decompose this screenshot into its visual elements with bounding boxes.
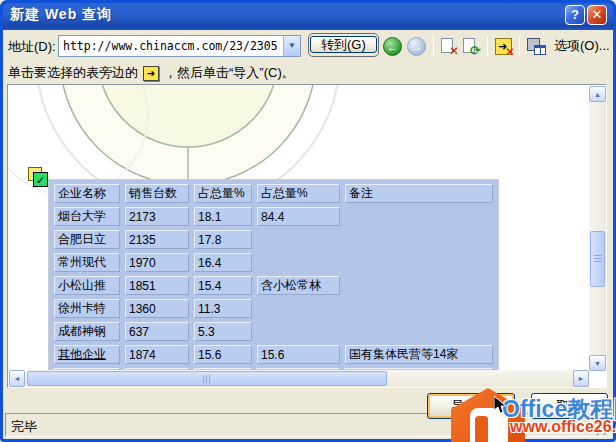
title-bar[interactable]: 新建 Web 查询 ? ✕ [0, 0, 616, 30]
check-icon: ✓ [33, 172, 48, 187]
address-combobox[interactable]: http://www.chinaccm.com/23/2305/23050 ▼ [58, 35, 301, 57]
query-table-container[interactable]: 企业名称销售台数占总量%占总量%备注烟台大学217318.184.4合肥日立21… [48, 179, 499, 388]
table-row: 合肥日立213517.8 [54, 230, 493, 249]
table-cell: 15.6 [257, 345, 340, 364]
table-cell: 18.1 [194, 207, 252, 226]
table-header-cell: 占总量% [257, 184, 340, 203]
browser-toolbar: ← → ✕ ⟳ ➜ ✕ 选项(O)... [383, 34, 610, 58]
table-cell: 含小松常林 [257, 276, 340, 295]
table-cell [345, 253, 493, 272]
combo-dropdown-icon[interactable]: ▼ [283, 36, 300, 56]
table-cell: 小松山推 [54, 276, 120, 295]
table-cell [345, 207, 493, 226]
scroll-left-icon[interactable]: ◄ [9, 370, 25, 387]
scroll-down-icon[interactable]: ▼ [589, 355, 606, 371]
go-button-ring: 转到(G) [308, 33, 379, 57]
table-header-cell: 占总量% [194, 184, 252, 203]
table-row: 烟台大学217318.184.4 [54, 207, 493, 226]
refresh-icon[interactable]: ⟳ [463, 37, 480, 56]
instruction-after: ，然后单击“导入”(C)。 [164, 64, 295, 82]
table-cell: 成都神钢 [54, 322, 120, 341]
table-cell: 徐州卡特 [54, 299, 120, 318]
forward-icon[interactable]: → [407, 37, 426, 56]
address-label: 地址(D): [8, 38, 56, 56]
table-cell [257, 322, 340, 341]
resize-grip[interactable] [596, 422, 609, 435]
table-header-cell: 销售台数 [125, 184, 189, 203]
table-row: 其他企业187415.615.6国有集体民营等14家 [54, 345, 493, 364]
table-cell: 1851 [125, 276, 189, 295]
save-query-icon[interactable] [527, 38, 546, 55]
table-header-cell: 企业名称 [54, 184, 120, 203]
table-row: 徐州卡特136011.3 [54, 299, 493, 318]
horizontal-scroll-thumb[interactable] [27, 371, 387, 386]
table-cell: 其他企业 [54, 345, 120, 364]
table-row: 小松山推185115.4含小松常林 [54, 276, 493, 295]
options-button[interactable]: 选项(O)... [554, 37, 610, 55]
table-select-marker[interactable]: ✓ [28, 167, 50, 189]
table-cell: 1874 [125, 345, 189, 364]
address-row: 地址(D): http://www.chinaccm.com/23/2305/2… [0, 30, 616, 61]
toolbar-separator [519, 36, 520, 56]
table-cell: 常州现代 [54, 253, 120, 272]
table-row: 常州现代197016.4 [54, 253, 493, 272]
cancel-button[interactable]: 取消 [531, 393, 608, 419]
table-cell [345, 299, 493, 318]
table-cell [345, 276, 493, 295]
table-cell: 烟台大学 [54, 207, 120, 226]
table-cell [257, 253, 340, 272]
address-input[interactable]: http://www.chinaccm.com/23/2305/23050 [63, 39, 278, 53]
table-cell: 11.3 [194, 299, 252, 318]
table-cell: 合肥日立 [54, 230, 120, 249]
table-cell: 16.4 [194, 253, 252, 272]
back-icon[interactable]: ← [383, 37, 402, 56]
vertical-scrollbar[interactable]: ▲ ▼ [589, 86, 606, 371]
table-cell [345, 230, 493, 249]
table-arrow-icon: ➜ [143, 66, 159, 81]
web-page-preview: ✓ 企业名称销售台数占总量%占总量%备注烟台大学217318.184.4合肥日立… [7, 84, 607, 388]
status-text: 完毕 [11, 418, 37, 436]
import-button[interactable]: 导入(I) [427, 393, 515, 419]
table-cell [257, 299, 340, 318]
table-cell: 2135 [125, 230, 189, 249]
status-bar: 完毕 [5, 413, 611, 437]
toolbar-separator [433, 36, 434, 56]
scroll-right-icon[interactable]: ► [573, 370, 589, 387]
stop-icon[interactable]: ✕ [441, 37, 458, 56]
table-cell: 17.8 [194, 230, 252, 249]
help-button[interactable]: ? [565, 5, 585, 25]
table-cell: 637 [125, 322, 189, 341]
table-cell [345, 322, 493, 341]
close-button[interactable]: ✕ [587, 5, 607, 25]
table-cell: 5.3 [194, 322, 252, 341]
table-cell: 84.4 [257, 207, 340, 226]
table-cell: 1970 [125, 253, 189, 272]
table-cell: 国有集体民营等14家 [345, 345, 493, 364]
query-table: 企业名称销售台数占总量%占总量%备注烟台大学217318.184.4合肥日立21… [49, 180, 498, 388]
horizontal-scrollbar[interactable]: ◄ ► [9, 370, 589, 387]
table-cell: 15.6 [194, 345, 252, 364]
go-button[interactable]: 转到(G) [310, 36, 377, 53]
new-web-query-dialog: 新建 Web 查询 ? ✕ 地址(D): http://www.chinaccm… [0, 0, 616, 442]
window-title: 新建 Web 查询 [10, 6, 112, 24]
table-cell: 1360 [125, 299, 189, 318]
table-header-cell: 备注 [345, 184, 493, 203]
table-cell: 15.4 [194, 276, 252, 295]
table-header-row: 企业名称销售台数占总量%占总量%备注 [54, 184, 493, 203]
toolbar-separator [487, 36, 488, 56]
table-row: 成都神钢6375.3 [54, 322, 493, 341]
table-cell: 2173 [125, 207, 189, 226]
table-cell [257, 230, 340, 249]
vertical-scroll-thumb[interactable] [590, 231, 605, 287]
instruction-before: 单击要选择的表旁边的 [8, 64, 138, 82]
hide-arrows-icon[interactable]: ➜ ✕ [495, 38, 512, 55]
scroll-up-icon[interactable]: ▲ [589, 86, 606, 102]
instruction-text: 单击要选择的表旁边的 ➜ ，然后单击“导入”(C)。 [8, 63, 295, 83]
